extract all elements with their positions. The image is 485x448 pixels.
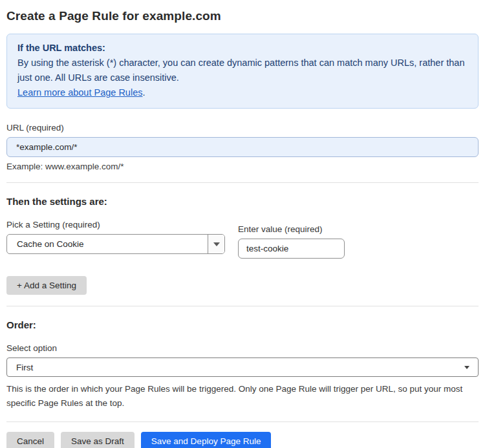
divider [6, 306, 479, 306]
url-input[interactable] [6, 137, 479, 157]
chevron-down-icon [464, 366, 469, 369]
info-box-body: By using the asterisk (*) character, you… [17, 56, 468, 85]
setting-picker-column: Pick a Setting (required) Cache on Cooki… [6, 220, 225, 259]
url-match-info-box: If the URL matches: By using the asteris… [6, 34, 479, 109]
cancel-button[interactable]: Cancel [6, 432, 54, 448]
learn-more-link[interactable]: Learn more about Page Rules [17, 87, 142, 98]
url-field-label: URL (required) [6, 123, 479, 133]
save-as-draft-button[interactable]: Save as Draft [61, 432, 135, 448]
order-select-label: Select option [6, 343, 479, 353]
setting-value-input[interactable] [238, 239, 345, 259]
divider [6, 182, 479, 183]
add-setting-button[interactable]: + Add a Setting [6, 276, 87, 295]
setting-picker-selected-value: Cache on Cookie [7, 235, 208, 253]
page-title: Create a Page Rule for example.com [6, 9, 479, 23]
actions-row: Cancel Save as Draft Save and Deploy Pag… [6, 432, 479, 448]
setting-picker-arrow-button[interactable] [208, 235, 224, 253]
order-select-dropdown[interactable]: First [6, 357, 479, 377]
settings-row: Pick a Setting (required) Cache on Cooki… [6, 220, 479, 259]
order-section-heading: Order: [6, 319, 479, 330]
setting-picker-label: Pick a Setting (required) [6, 220, 225, 229]
order-help-text: This is the order in which your Page Rul… [6, 382, 479, 411]
chevron-down-icon [213, 242, 220, 246]
setting-value-column: Enter value (required) [238, 220, 345, 259]
link-suffix: . [142, 87, 145, 98]
info-box-heading: If the URL matches: [17, 41, 468, 56]
order-selected-value: First [16, 363, 33, 372]
info-box-link-row: Learn more about Page Rules. [17, 85, 468, 100]
save-and-deploy-button[interactable]: Save and Deploy Page Rule [141, 432, 272, 448]
divider [6, 421, 479, 422]
url-field-hint: Example: www.example.com/* [6, 162, 479, 171]
setting-picker-dropdown[interactable]: Cache on Cookie [6, 234, 225, 254]
settings-section-heading: Then the settings are: [6, 196, 479, 207]
value-field-label: Enter value (required) [238, 224, 345, 234]
